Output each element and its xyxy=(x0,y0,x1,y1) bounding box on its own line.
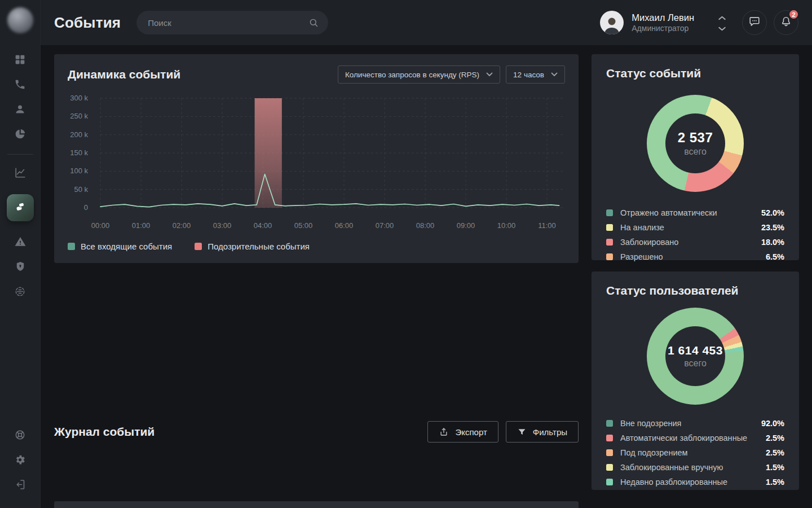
x-tick-label: 08:00 xyxy=(416,221,435,230)
metric-select-value: Количество запросов в секунду (RPS) xyxy=(345,71,479,79)
period-select[interactable]: 12 часов xyxy=(506,65,565,84)
legend-value: 18.0% xyxy=(761,238,784,247)
legend-label: Подозрительные события xyxy=(208,242,310,251)
events-dynamics-title: Динамика событий xyxy=(68,68,180,81)
phone-icon xyxy=(14,78,26,93)
sidebar-item-security[interactable] xyxy=(8,255,33,280)
users-status-legend: Вне подозрения 92.0% Автоматически забло… xyxy=(606,416,784,489)
messages-button[interactable] xyxy=(742,10,767,35)
x-tick-label: 11:00 xyxy=(538,221,556,230)
legend-value: 2.5% xyxy=(766,433,784,443)
period-select-value: 12 часов xyxy=(513,71,544,79)
y-tick-label: 300 k xyxy=(70,94,88,102)
legend-label: Все входящие события xyxy=(81,242,172,251)
y-tick-label: 100 k xyxy=(70,167,88,175)
legend-row: Разрешено 6.5% xyxy=(606,249,784,264)
sidebar-item-incidents[interactable] xyxy=(8,230,33,255)
legend-row: Отражено автоматически 52.0% xyxy=(606,205,784,220)
right-column: Статус событий 2 537 всего Отражено авто… xyxy=(592,54,799,490)
legend-row: Автоматически заблокированные 2.5% xyxy=(606,431,784,445)
metric-select[interactable]: Количество запросов в секунду (RPS) xyxy=(338,65,500,84)
sidebar-item-logout[interactable] xyxy=(8,473,33,498)
journal-header: Журнал событий Экспорт Фильтры xyxy=(54,374,579,490)
sidebar-item-dashboard[interactable] xyxy=(8,48,33,73)
events-dynamics-card: Динамика событий Количество запросов в с… xyxy=(54,54,579,263)
logout-icon xyxy=(14,479,26,493)
legend-value: 6.5% xyxy=(766,252,784,261)
donut-center: 2 537 всего xyxy=(665,113,725,173)
chart-legend: Все входящие события Подозрительные собы… xyxy=(68,242,565,251)
export-label: Экспорт xyxy=(455,427,487,437)
chat-bubble-icon xyxy=(748,15,761,30)
legend-row: На анализе 23.5% xyxy=(606,220,784,235)
legend-value: 52.0% xyxy=(761,208,784,217)
legend-value: 23.5% xyxy=(761,223,784,232)
chevron-down-icon xyxy=(486,72,493,77)
legend-row: Недавно разблокированные 1.5% xyxy=(606,475,784,489)
sidebar-item-events-active[interactable] xyxy=(7,194,34,221)
x-tick-label: 01:00 xyxy=(132,221,151,230)
legend-value: 92.0% xyxy=(761,419,784,428)
legend-label: Недавно разблокированные xyxy=(620,478,727,487)
legend-label: На анализе xyxy=(620,223,664,232)
legend-swatch xyxy=(68,243,75,250)
legend-row: Под подозрением 2.5% xyxy=(606,445,784,460)
topbar-right: Михаил Левин Администратор 2 xyxy=(600,10,798,35)
search-bar xyxy=(136,11,328,34)
legend-swatch xyxy=(606,420,613,427)
avatar[interactable] xyxy=(600,11,624,34)
filters-button[interactable]: Фильтры xyxy=(506,421,579,443)
filter-icon xyxy=(517,427,527,437)
donut-total: 2 537 xyxy=(678,130,713,146)
legend-row: Заблокированные вручную 1.5% xyxy=(606,460,784,475)
chevron-down-icon xyxy=(551,72,558,77)
user-name: Михаил Левин xyxy=(632,12,694,24)
table-header-row: Название Дата и время регистрации Степен… xyxy=(54,501,579,508)
y-tick-label: 150 k xyxy=(70,148,88,157)
export-button[interactable]: Экспорт xyxy=(427,421,498,443)
legend-value: 1.5% xyxy=(766,463,784,472)
x-tick-label: 03:00 xyxy=(213,221,232,230)
sidebar-item-calls[interactable] xyxy=(8,73,33,98)
legend-item-incoming: Все входящие события xyxy=(68,242,172,251)
notifications-button[interactable]: 2 xyxy=(774,10,798,35)
events-status-legend: Отражено автоматически 52.0% На анализе … xyxy=(606,205,784,264)
sidebar-item-settings[interactable] xyxy=(8,448,33,473)
x-tick-label: 10:00 xyxy=(497,221,516,230)
sidebar-item-network[interactable] xyxy=(8,280,33,305)
export-icon xyxy=(439,427,449,437)
app-logo xyxy=(7,7,33,33)
alert-triangle-icon xyxy=(14,235,27,250)
legend-swatch xyxy=(606,464,613,471)
events-status-title: Статус событий xyxy=(606,67,784,80)
x-tick-label: 07:00 xyxy=(376,221,394,230)
sidebar-item-reports[interactable] xyxy=(8,161,33,186)
filters-label: Фильтры xyxy=(533,427,567,437)
y-tick-label: 250 k xyxy=(70,112,88,120)
x-tick-label: 00:00 xyxy=(91,221,110,230)
users-status-donut: 1 614 453 всего xyxy=(647,308,744,405)
events-status-donut: 2 537 всего xyxy=(647,95,744,192)
sidebar-item-analytics[interactable] xyxy=(8,122,33,147)
x-tick-label: 06:00 xyxy=(335,221,354,230)
legend-swatch xyxy=(606,209,613,216)
sidebar-item-support[interactable] xyxy=(8,423,33,448)
x-tick-label: 04:00 xyxy=(254,221,272,230)
globe-icon xyxy=(14,286,26,300)
search-icon[interactable] xyxy=(308,17,319,28)
support-icon xyxy=(14,429,26,443)
shield-icon xyxy=(15,261,26,274)
sidebar-item-users[interactable] xyxy=(8,98,33,122)
search-input[interactable] xyxy=(148,18,308,28)
x-tick-label: 02:00 xyxy=(173,221,191,230)
user-menu-expander[interactable] xyxy=(718,12,726,33)
chevron-down-icon xyxy=(718,23,726,33)
user-block[interactable]: Михаил Левин Администратор xyxy=(632,12,694,33)
settings-gear-icon xyxy=(14,454,26,468)
legend-label: Заблокировано xyxy=(620,238,678,247)
app-root: События Михаил Левин Администратор 2 xyxy=(0,0,812,508)
legend-swatch xyxy=(606,224,613,231)
donut-total: 1 614 453 xyxy=(668,344,723,357)
x-tick-label: 05:00 xyxy=(294,221,313,230)
sidebar-divider xyxy=(7,154,33,155)
